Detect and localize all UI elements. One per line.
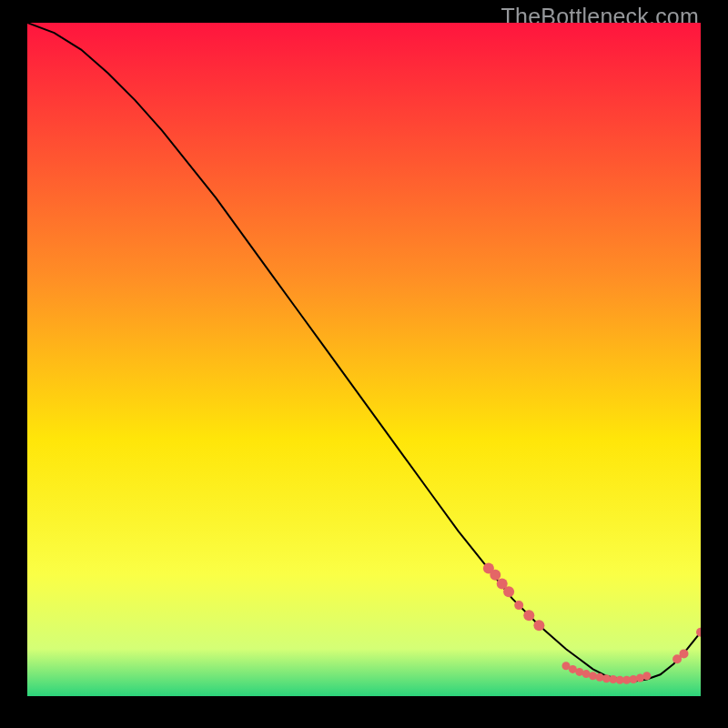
data-marker xyxy=(589,672,597,680)
data-marker xyxy=(490,570,500,581)
data-marker xyxy=(680,649,689,658)
gradient-background xyxy=(27,23,701,696)
data-marker xyxy=(523,610,534,621)
data-marker xyxy=(642,672,651,680)
data-marker xyxy=(596,673,604,682)
data-marker xyxy=(503,586,514,597)
chart-stage: TheBottleneck.com xyxy=(0,0,728,728)
data-marker xyxy=(514,601,523,610)
data-marker xyxy=(630,675,638,683)
bottleneck-chart xyxy=(27,23,701,696)
data-marker xyxy=(533,620,544,631)
